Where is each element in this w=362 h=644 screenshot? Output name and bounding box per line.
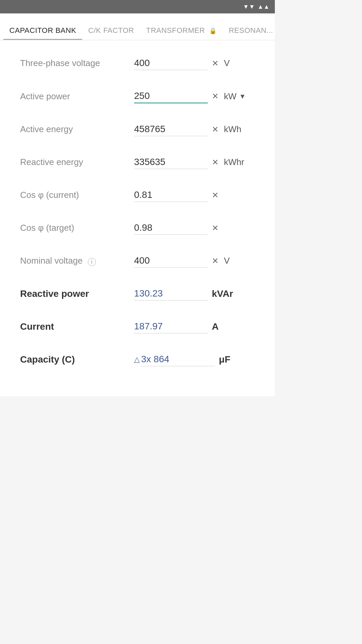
label-current: Current (20, 321, 134, 332)
row-reactive-power: Reactive power kVAr (20, 277, 255, 310)
input-nominal-voltage[interactable] (134, 254, 208, 268)
input-active-power[interactable] (134, 89, 208, 103)
input-three-phase-voltage[interactable] (134, 56, 208, 70)
clear-nominal-voltage[interactable]: ✕ (210, 255, 220, 267)
unit-nominal-voltage: V (224, 256, 230, 266)
input-wrapper-three-phase-voltage: ✕ V (134, 56, 255, 70)
tab-bar: CAPACITOR BANK C/K FACTOR TRANSFORMER 🔒 … (0, 13, 275, 40)
input-wrapper-cos-phi-target: ✕ (134, 221, 255, 235)
label-capacity: Capacity (C) (20, 354, 134, 365)
input-wrapper-nominal-voltage: ✕ V (134, 254, 255, 268)
label-cos-phi-current: Cos φ (current) (20, 190, 134, 200)
input-wrapper-reactive-power: kVAr (134, 287, 255, 301)
clear-cos-phi-target[interactable]: ✕ (210, 222, 220, 234)
label-active-energy: Active energy (20, 124, 134, 135)
value-capacity (141, 353, 215, 366)
tab-transformer-label: TRANSFORMER (146, 26, 205, 35)
label-reactive-energy: Reactive energy (20, 157, 134, 167)
label-nominal-voltage: Nominal voltage i (20, 256, 134, 266)
input-wrapper-active-energy: ✕ kWh (134, 122, 255, 136)
row-current: Current A (20, 310, 255, 343)
input-cos-phi-target[interactable] (134, 221, 208, 235)
unit-capacity: μF (219, 354, 230, 365)
label-cos-phi-target: Cos φ (target) (20, 223, 134, 233)
input-wrapper-current: A (134, 320, 255, 333)
unit-three-phase-voltage: V (224, 58, 230, 68)
unit-reactive-power: kVAr (212, 288, 233, 299)
clear-cos-phi-current[interactable]: ✕ (210, 189, 220, 201)
label-active-power: Active power (20, 91, 134, 102)
row-active-energy: Active energy ✕ kWh (20, 113, 255, 146)
dropdown-active-power[interactable]: ▼ (239, 93, 246, 100)
label-reactive-power: Reactive power (20, 288, 134, 299)
row-nominal-voltage: Nominal voltage i ✕ V (20, 245, 255, 277)
unit-active-power: kW (224, 91, 237, 102)
tab-resonance[interactable]: RESONAN... (223, 19, 275, 40)
input-wrapper-capacity: △ μF (134, 353, 255, 366)
unit-active-energy: kWh (224, 124, 241, 135)
row-cos-phi-target: Cos φ (target) ✕ (20, 212, 255, 245)
signal-icon: ▲▲ (257, 3, 269, 10)
label-three-phase-voltage: Three-phase voltage (20, 58, 134, 68)
lock-icon: 🔒 (209, 28, 217, 34)
value-reactive-power (134, 287, 208, 301)
info-icon[interactable]: i (88, 258, 96, 266)
clear-active-energy[interactable]: ✕ (210, 123, 220, 136)
input-cos-phi-current[interactable] (134, 188, 208, 202)
row-three-phase-voltage: Three-phase voltage ✕ V (20, 47, 255, 80)
row-capacity: Capacity (C) △ μF (20, 343, 255, 376)
unit-current: A (212, 321, 219, 332)
tab-ck-factor[interactable]: C/K FACTOR (82, 19, 140, 40)
main-content: Three-phase voltage ✕ V Active power ✕ k… (0, 40, 275, 396)
row-active-power: Active power ✕ kW ▼ (20, 80, 255, 113)
clear-reactive-energy[interactable]: ✕ (210, 156, 220, 168)
row-cos-phi-current: Cos φ (current) ✕ (20, 179, 255, 212)
input-reactive-energy[interactable] (134, 155, 208, 169)
clear-three-phase-voltage[interactable]: ✕ (210, 57, 220, 69)
clear-active-power[interactable]: ✕ (210, 90, 220, 102)
status-bar: ▼▼ ▲▲ (0, 0, 275, 13)
tab-capacitor-bank[interactable]: CAPACITOR BANK (3, 19, 82, 40)
input-wrapper-reactive-energy: ✕ kWhr (134, 155, 255, 169)
row-reactive-energy: Reactive energy ✕ kWhr (20, 146, 255, 179)
triangle-symbol: △ (134, 355, 140, 364)
input-active-energy[interactable] (134, 122, 208, 136)
input-wrapper-active-power: ✕ kW ▼ (134, 89, 255, 103)
value-current (134, 320, 208, 333)
wifi-icon: ▼▼ (243, 3, 255, 10)
tab-transformer[interactable]: TRANSFORMER 🔒 (140, 19, 223, 40)
input-wrapper-cos-phi-current: ✕ (134, 188, 255, 202)
unit-reactive-energy: kWhr (224, 157, 244, 167)
